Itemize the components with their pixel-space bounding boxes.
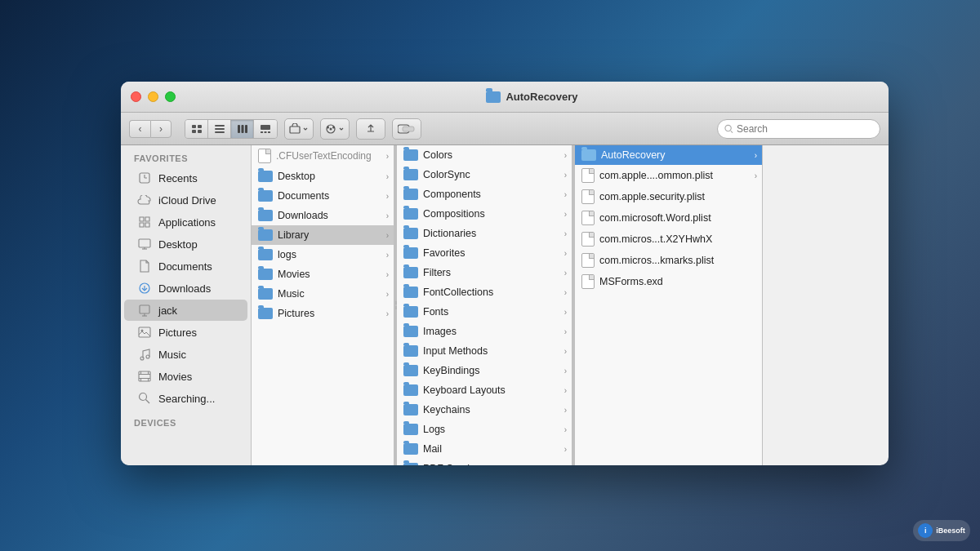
column-item[interactable]: PDF Services › (397, 459, 572, 465)
column-item[interactable]: KeyBindings › (397, 361, 572, 380)
action-btn[interactable] (320, 118, 350, 140)
chevron-icon: › (386, 211, 389, 220)
folder-icon (403, 287, 418, 298)
maximize-button[interactable] (165, 91, 176, 102)
column-item[interactable]: Logs › (397, 420, 572, 439)
column-item[interactable]: Mail › (397, 439, 572, 459)
sidebar-item-searching[interactable]: Searching... (124, 388, 247, 409)
column-item[interactable]: com.apple.security.plist (575, 186, 762, 207)
list-view-btn[interactable] (208, 120, 231, 138)
column-item[interactable]: com.microsoft.Word.plist (575, 207, 762, 229)
column-item[interactable]: com.micros...t.X2YHwhX (575, 229, 762, 250)
column-item[interactable]: Keychains › (397, 400, 572, 420)
music-icon (137, 347, 152, 362)
item-label: Fonts (423, 306, 448, 318)
column-item[interactable]: logs › (252, 245, 394, 264)
sidebar-item-jack[interactable]: jack (124, 300, 247, 321)
column-view: .CFUserTextEncoding › Desktop › Document… (252, 145, 889, 465)
chevron-icon: › (386, 192, 389, 201)
svg-rect-14 (290, 127, 300, 133)
tag-btn[interactable] (392, 118, 421, 140)
column-item-autorecovery[interactable]: AutoRecovery › (575, 145, 762, 165)
folder-icon (258, 308, 273, 319)
forward-button[interactable]: › (150, 120, 172, 138)
svg-rect-39 (139, 374, 150, 375)
svg-rect-44 (148, 379, 149, 381)
column-item[interactable]: com.apple....ommon.plist › (575, 165, 762, 186)
svg-rect-10 (261, 125, 270, 130)
folder-icon (403, 228, 418, 239)
sidebar-item-icloud[interactable]: iCloud Drive (124, 189, 247, 211)
folder-icon (403, 169, 418, 180)
column-item[interactable]: Desktop › (252, 167, 394, 186)
svg-rect-11 (261, 131, 263, 133)
column-pane-2: Colors › ColorSync › Components › Compos… (397, 145, 572, 465)
svg-rect-42 (148, 371, 149, 374)
icon-view-btn[interactable] (185, 120, 208, 138)
item-label: Logs (423, 424, 445, 435)
chevron-icon: › (564, 249, 567, 258)
search-box[interactable] (717, 119, 880, 139)
chevron-icon: › (386, 309, 389, 318)
folder-icon (258, 210, 273, 221)
sidebar-item-music[interactable]: Music (124, 344, 247, 365)
back-button[interactable]: ‹ (129, 120, 150, 138)
column-item[interactable]: .CFUserTextEncoding › (252, 145, 394, 167)
watermark-text: iBeesoft (936, 527, 965, 535)
column-item-library[interactable]: Library › (252, 225, 394, 245)
column-item[interactable]: Dictionaries › (397, 224, 572, 243)
column-item[interactable]: Music › (252, 284, 394, 304)
item-label: Components (423, 189, 481, 200)
column-item[interactable]: Components › (397, 184, 572, 204)
downloads-icon (137, 281, 152, 295)
item-label: AutoRecovery (601, 149, 666, 161)
finder-window: AutoRecovery ‹ › (121, 82, 889, 465)
item-label: com.microsoft.Word.plist (599, 212, 711, 224)
svg-point-45 (140, 393, 147, 401)
column-item[interactable]: com.micros...kmarks.plist (575, 250, 762, 271)
column-item[interactable]: Fonts › (397, 302, 572, 322)
sidebar-item-downloads[interactable]: Downloads (124, 278, 247, 299)
share-btn[interactable] (356, 118, 385, 140)
item-label: com.micros...kmarks.plist (599, 255, 714, 266)
column-item[interactable]: Movies › (252, 264, 394, 284)
sidebar-item-label: Searching... (158, 393, 215, 405)
column-item[interactable]: Favorites › (397, 243, 572, 263)
column-item[interactable]: ColorSync › (397, 165, 572, 184)
path-btn[interactable] (284, 118, 314, 140)
column-item[interactable]: MSForms.exd (575, 271, 762, 292)
search-input[interactable] (737, 123, 873, 135)
file-icon (581, 253, 595, 268)
column-item[interactable]: Compositions › (397, 204, 572, 224)
sidebar-item-recents[interactable]: Recents (124, 167, 247, 189)
file-icon (581, 232, 595, 247)
sidebar-item-desktop[interactable]: Desktop (124, 233, 247, 255)
column-item[interactable]: Images › (397, 322, 572, 341)
file-icon (581, 168, 595, 183)
titlebar-center: AutoRecovery (185, 91, 879, 103)
gallery-view-btn[interactable] (254, 120, 277, 138)
close-button[interactable] (131, 91, 141, 102)
column-item-colors[interactable]: Colors › (397, 145, 572, 165)
column-item[interactable]: Pictures › (252, 304, 394, 323)
sidebar-item-pictures[interactable]: Pictures (124, 322, 247, 343)
sidebar-item-label: Movies (158, 371, 192, 383)
sidebar-item-movies[interactable]: Movies (124, 366, 247, 387)
column-item[interactable]: FontCollections › (397, 282, 572, 302)
chevron-icon: › (386, 172, 389, 181)
svg-line-22 (731, 131, 733, 132)
column-item[interactable]: Documents › (252, 186, 394, 206)
svg-line-46 (146, 400, 150, 404)
svg-rect-43 (140, 379, 141, 381)
searching-icon (137, 391, 152, 406)
chevron-icon: › (564, 229, 567, 238)
svg-rect-40 (139, 378, 150, 379)
minimize-button[interactable] (148, 91, 158, 102)
column-item[interactable]: Input Methods › (397, 341, 572, 361)
column-view-btn[interactable] (231, 120, 254, 138)
column-item[interactable]: Downloads › (252, 206, 394, 225)
column-item[interactable]: Filters › (397, 263, 572, 282)
column-item-keyboard-layouts[interactable]: Keyboard Layouts › (397, 380, 572, 400)
sidebar-item-applications[interactable]: Applications (124, 211, 247, 233)
sidebar-item-documents[interactable]: Documents (124, 256, 247, 277)
